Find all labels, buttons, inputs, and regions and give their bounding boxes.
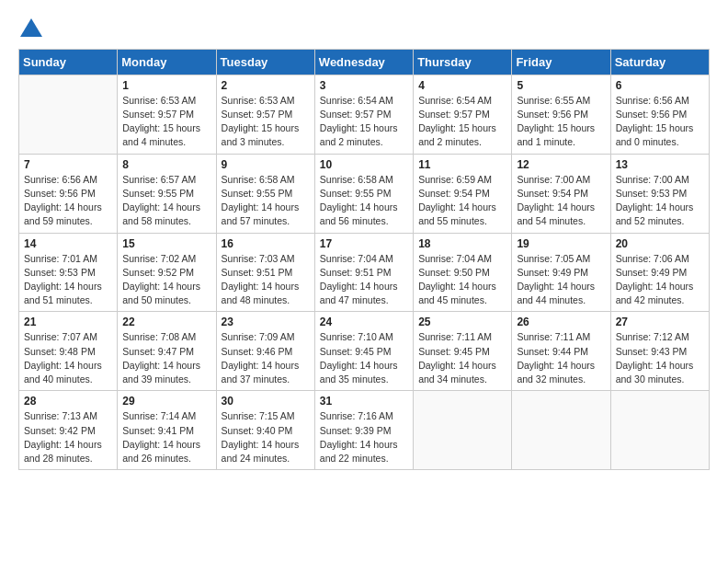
day-info: Sunrise: 6:56 AMSunset: 9:56 PMDaylight:… [24, 173, 112, 229]
day-info: Sunrise: 7:15 AMSunset: 9:40 PMDaylight:… [222, 409, 310, 465]
day-info: Sunrise: 7:04 AMSunset: 9:51 PMDaylight:… [320, 252, 408, 308]
day-number: 11 [418, 158, 506, 171]
calendar-cell: 26Sunrise: 7:11 AMSunset: 9:44 PMDayligh… [512, 312, 610, 391]
calendar-cell: 20Sunrise: 7:06 AMSunset: 9:49 PMDayligh… [610, 233, 709, 312]
day-number: 25 [418, 316, 506, 328]
day-number: 29 [122, 395, 210, 408]
day-number: 27 [616, 316, 704, 328]
weekday-header-friday: Friday [512, 49, 610, 75]
weekday-header-saturday: Saturday [610, 49, 709, 75]
calendar-cell: 21Sunrise: 7:07 AMSunset: 9:48 PMDayligh… [19, 312, 118, 391]
calendar-cell: 14Sunrise: 7:01 AMSunset: 9:53 PMDayligh… [19, 233, 118, 312]
calendar-cell: 1Sunrise: 6:53 AMSunset: 9:57 PMDaylight… [118, 75, 216, 154]
calendar-cell: 24Sunrise: 7:10 AMSunset: 9:45 PMDayligh… [314, 312, 413, 391]
day-number: 4 [418, 79, 506, 92]
day-info: Sunrise: 6:54 AMSunset: 9:57 PMDaylight:… [418, 94, 506, 150]
svg-marker-0 [20, 18, 42, 37]
calendar-cell: 30Sunrise: 7:15 AMSunset: 9:40 PMDayligh… [216, 391, 314, 470]
weekday-header-wednesday: Wednesday [314, 49, 413, 75]
day-info: Sunrise: 7:03 AMSunset: 9:51 PMDaylight:… [222, 252, 310, 308]
day-number: 18 [418, 237, 506, 250]
day-number: 30 [222, 395, 310, 408]
calendar-cell: 6Sunrise: 6:56 AMSunset: 9:56 PMDaylight… [610, 75, 709, 154]
calendar-table: SundayMondayTuesdayWednesdayThursdayFrid… [18, 49, 710, 470]
day-number: 7 [24, 158, 112, 171]
day-number: 19 [517, 237, 605, 250]
calendar-cell: 2Sunrise: 6:53 AMSunset: 9:57 PMDaylight… [216, 75, 314, 154]
logo [18, 18, 42, 41]
day-number: 17 [320, 237, 408, 250]
day-info: Sunrise: 7:16 AMSunset: 9:39 PMDaylight:… [320, 409, 408, 465]
logo-text [18, 18, 42, 41]
day-number: 8 [122, 158, 210, 171]
day-info: Sunrise: 6:58 AMSunset: 9:55 PMDaylight:… [222, 173, 310, 229]
calendar-week-4: 21Sunrise: 7:07 AMSunset: 9:48 PMDayligh… [19, 312, 710, 391]
day-info: Sunrise: 6:53 AMSunset: 9:57 PMDaylight:… [122, 94, 210, 150]
calendar-cell: 25Sunrise: 7:11 AMSunset: 9:45 PMDayligh… [414, 312, 512, 391]
day-info: Sunrise: 6:54 AMSunset: 9:57 PMDaylight:… [320, 94, 408, 150]
day-info: Sunrise: 7:14 AMSunset: 9:41 PMDaylight:… [122, 409, 210, 465]
day-info: Sunrise: 7:12 AMSunset: 9:43 PMDaylight:… [616, 330, 704, 386]
calendar-cell: 3Sunrise: 6:54 AMSunset: 9:57 PMDaylight… [314, 75, 413, 154]
day-info: Sunrise: 7:09 AMSunset: 9:46 PMDaylight:… [222, 330, 310, 386]
day-number: 31 [320, 395, 408, 408]
day-info: Sunrise: 7:07 AMSunset: 9:48 PMDaylight:… [24, 330, 112, 386]
day-info: Sunrise: 7:04 AMSunset: 9:50 PMDaylight:… [418, 252, 506, 308]
calendar-cell: 4Sunrise: 6:54 AMSunset: 9:57 PMDaylight… [414, 75, 512, 154]
day-info: Sunrise: 7:02 AMSunset: 9:52 PMDaylight:… [122, 252, 210, 308]
calendar-cell: 13Sunrise: 7:00 AMSunset: 9:53 PMDayligh… [610, 154, 709, 233]
day-info: Sunrise: 6:53 AMSunset: 9:57 PMDaylight:… [222, 94, 310, 150]
calendar-cell: 7Sunrise: 6:56 AMSunset: 9:56 PMDaylight… [19, 154, 118, 233]
weekday-header-sunday: Sunday [19, 49, 118, 75]
calendar-week-3: 14Sunrise: 7:01 AMSunset: 9:53 PMDayligh… [19, 233, 710, 312]
day-number: 14 [24, 237, 112, 250]
calendar-cell: 11Sunrise: 6:59 AMSunset: 9:54 PMDayligh… [414, 154, 512, 233]
calendar-cell: 9Sunrise: 6:58 AMSunset: 9:55 PMDaylight… [216, 154, 314, 233]
day-number: 1 [122, 79, 210, 92]
calendar-cell: 31Sunrise: 7:16 AMSunset: 9:39 PMDayligh… [314, 391, 413, 470]
calendar-cell: 29Sunrise: 7:14 AMSunset: 9:41 PMDayligh… [118, 391, 216, 470]
day-number: 16 [222, 237, 310, 250]
calendar-cell: 10Sunrise: 6:58 AMSunset: 9:55 PMDayligh… [314, 154, 413, 233]
calendar-cell: 12Sunrise: 7:00 AMSunset: 9:54 PMDayligh… [512, 154, 610, 233]
day-info: Sunrise: 6:59 AMSunset: 9:54 PMDaylight:… [418, 173, 506, 229]
calendar-cell [512, 391, 610, 470]
day-number: 20 [616, 237, 704, 250]
day-number: 3 [320, 79, 408, 92]
day-number: 10 [320, 158, 408, 171]
day-number: 2 [222, 79, 310, 92]
calendar-cell: 28Sunrise: 7:13 AMSunset: 9:42 PMDayligh… [19, 391, 118, 470]
day-number: 21 [24, 316, 112, 328]
day-info: Sunrise: 7:11 AMSunset: 9:45 PMDaylight:… [418, 330, 506, 386]
calendar-cell: 19Sunrise: 7:05 AMSunset: 9:49 PMDayligh… [512, 233, 610, 312]
day-number: 22 [122, 316, 210, 328]
day-info: Sunrise: 7:08 AMSunset: 9:47 PMDaylight:… [122, 330, 210, 386]
calendar-week-2: 7Sunrise: 6:56 AMSunset: 9:56 PMDaylight… [19, 154, 710, 233]
calendar-cell [414, 391, 512, 470]
day-info: Sunrise: 7:01 AMSunset: 9:53 PMDaylight:… [24, 252, 112, 308]
day-number: 24 [320, 316, 408, 328]
day-info: Sunrise: 7:11 AMSunset: 9:44 PMDaylight:… [517, 330, 605, 386]
day-number: 26 [517, 316, 605, 328]
weekday-header-monday: Monday [118, 49, 216, 75]
calendar-cell: 15Sunrise: 7:02 AMSunset: 9:52 PMDayligh… [118, 233, 216, 312]
calendar-cell: 23Sunrise: 7:09 AMSunset: 9:46 PMDayligh… [216, 312, 314, 391]
weekday-header-thursday: Thursday [414, 49, 512, 75]
day-number: 23 [222, 316, 310, 328]
day-number: 13 [616, 158, 704, 171]
day-number: 5 [517, 79, 605, 92]
day-info: Sunrise: 7:13 AMSunset: 9:42 PMDaylight:… [24, 409, 112, 465]
day-number: 12 [517, 158, 605, 171]
calendar-week-1: 1Sunrise: 6:53 AMSunset: 9:57 PMDaylight… [19, 75, 710, 154]
logo-icon [20, 18, 42, 37]
calendar-cell: 27Sunrise: 7:12 AMSunset: 9:43 PMDayligh… [610, 312, 709, 391]
calendar-cell: 8Sunrise: 6:57 AMSunset: 9:55 PMDaylight… [118, 154, 216, 233]
day-number: 15 [122, 237, 210, 250]
day-number: 28 [24, 395, 112, 408]
calendar-cell: 5Sunrise: 6:55 AMSunset: 9:56 PMDaylight… [512, 75, 610, 154]
day-info: Sunrise: 6:55 AMSunset: 9:56 PMDaylight:… [517, 94, 605, 150]
calendar-cell [19, 75, 118, 154]
day-number: 9 [222, 158, 310, 171]
calendar-cell: 17Sunrise: 7:04 AMSunset: 9:51 PMDayligh… [314, 233, 413, 312]
day-info: Sunrise: 7:06 AMSunset: 9:49 PMDaylight:… [616, 252, 704, 308]
